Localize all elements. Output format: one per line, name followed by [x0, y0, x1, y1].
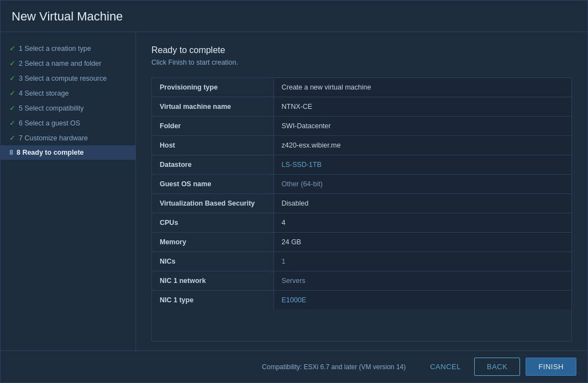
sidebar: ✓1 Select a creation type✓2 Select a nam…	[1, 32, 136, 350]
table-value-7: 4	[274, 213, 571, 233]
table-value-11: E1000E	[274, 291, 571, 310]
sidebar-item-4[interactable]: ✓4 Select storage	[1, 86, 135, 101]
table-value-8: 24 GB	[274, 233, 571, 252]
table-row: Virtual machine nameNTNX-CE	[152, 97, 571, 117]
table-value-3: z420-esx.wibier.me	[274, 136, 571, 155]
sidebar-label-3: 3 Select a compute resource	[19, 75, 107, 82]
sidebar-item-6[interactable]: ✓6 Select a guest OS	[1, 116, 135, 130]
check-icon-1: ✓	[9, 44, 15, 53]
table-label-9: NICs	[152, 252, 274, 271]
table-label-10: NIC 1 network	[152, 271, 274, 291]
check-icon-7: ✓	[9, 134, 15, 142]
table-row: Virtualization Based SecurityDisabled	[152, 194, 571, 213]
check-icon-6: ✓	[9, 119, 15, 127]
table-label-5: Guest OS name	[152, 175, 274, 194]
table-value-0: Create a new virtual machine	[274, 78, 571, 97]
table-label-7: CPUs	[152, 213, 274, 233]
sidebar-item-7[interactable]: ✓7 Customize hardware	[1, 130, 135, 145]
table-value-5: Other (64-bit)	[274, 175, 571, 194]
sidebar-item-8: 8 8 Ready to complete	[1, 145, 135, 160]
table-row: Provisioning typeCreate a new virtual ma…	[152, 78, 571, 97]
step-number-8: 8	[9, 149, 13, 156]
finish-button[interactable]: FINISH	[526, 358, 576, 376]
table-value-2: SWI-Datacenter	[274, 117, 571, 136]
check-icon-5: ✓	[9, 104, 15, 112]
sidebar-label-7: 7 Customize hardware	[19, 134, 88, 142]
sidebar-label-5: 5 Select compatibility	[19, 104, 83, 112]
check-icon-3: ✓	[9, 74, 15, 82]
table-row: CPUs4	[152, 213, 571, 233]
sidebar-label-8: 8 Ready to complete	[17, 149, 84, 156]
table-value-1: NTNX-CE	[274, 97, 571, 117]
back-button[interactable]: BACK	[474, 358, 520, 376]
section-title: Ready to complete	[151, 45, 572, 55]
cancel-button[interactable]: CANCEL	[422, 358, 469, 375]
table-row: NICs1	[152, 252, 571, 271]
compatibility-info: Compatibility: ESXi 6.7 and later (VM ve…	[12, 363, 417, 371]
table-label-1: Virtual machine name	[152, 97, 274, 117]
table-value-9: 1	[274, 252, 571, 271]
check-icon-2: ✓	[9, 59, 15, 67]
table-label-3: Host	[152, 136, 274, 155]
table-label-8: Memory	[152, 233, 274, 252]
table-value-10: Servers	[274, 271, 571, 291]
sidebar-item-1[interactable]: ✓1 Select a creation type	[1, 41, 135, 56]
sidebar-label-1: 1 Select a creation type	[19, 45, 91, 53]
sidebar-label-4: 4 Select storage	[19, 90, 69, 97]
sidebar-label-6: 6 Select a guest OS	[19, 119, 80, 127]
dialog-header: New Virtual Machine	[1, 1, 587, 32]
dialog-body: ✓1 Select a creation type✓2 Select a nam…	[1, 32, 587, 350]
table-label-11: NIC 1 type	[152, 291, 274, 310]
check-icon-4: ✓	[9, 89, 15, 97]
section-subtitle: Click Finish to start creation.	[151, 59, 572, 66]
sidebar-item-5[interactable]: ✓5 Select compatibility	[1, 101, 135, 116]
new-vm-dialog: New Virtual Machine ✓1 Select a creation…	[0, 0, 588, 383]
table-value-4: LS-SSD-1TB	[274, 155, 571, 175]
table-row: NIC 1 typeE1000E	[152, 291, 571, 310]
table-label-6: Virtualization Based Security	[152, 194, 274, 213]
table-label-2: Folder	[152, 117, 274, 136]
main-content: Ready to complete Click Finish to start …	[136, 32, 587, 350]
table-row: Hostz420-esx.wibier.me	[152, 136, 571, 155]
table-value-6: Disabled	[274, 194, 571, 213]
table-row: FolderSWI-Datacenter	[152, 117, 571, 136]
sidebar-label-2: 2 Select a name and folder	[19, 60, 101, 67]
table-label-0: Provisioning type	[152, 78, 274, 97]
sidebar-item-3[interactable]: ✓3 Select a compute resource	[1, 71, 135, 86]
sidebar-item-2[interactable]: ✓2 Select a name and folder	[1, 56, 135, 71]
info-table-container: Provisioning typeCreate a new virtual ma…	[151, 77, 572, 342]
table-row: NIC 1 networkServers	[152, 271, 571, 291]
dialog-title: New Virtual Machine	[12, 9, 576, 24]
dialog-footer: Compatibility: ESXi 6.7 and later (VM ve…	[1, 350, 587, 382]
table-row: Memory24 GB	[152, 233, 571, 252]
table-label-4: Datastore	[152, 155, 274, 175]
table-row: Guest OS nameOther (64-bit)	[152, 175, 571, 194]
table-row: DatastoreLS-SSD-1TB	[152, 155, 571, 175]
info-table: Provisioning typeCreate a new virtual ma…	[152, 78, 571, 309]
